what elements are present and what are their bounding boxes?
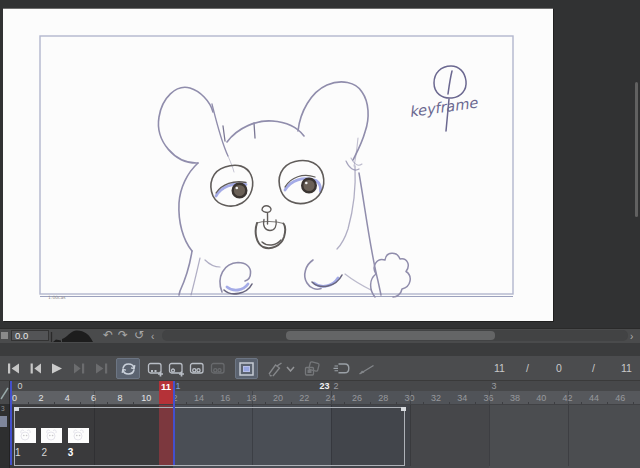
pen-tool-icon[interactable] — [264, 358, 286, 379]
frame-number: 38 — [510, 393, 520, 403]
second-label: 1 — [176, 382, 181, 391]
layer-thumb-sliver — [0, 416, 7, 427]
playhead-ruler[interactable]: 11 — [159, 381, 172, 404]
layer-label: 3 — [1, 405, 5, 412]
app-window: keyframe 1:00cas 0.0 ↶ ↷ ↺ ‹ › — [0, 0, 640, 468]
frame-number: 8 — [117, 393, 122, 403]
frame-number: 44 — [589, 393, 599, 403]
track-gridline — [410, 405, 411, 466]
panel-gap — [0, 343, 640, 356]
cel-thumbnail[interactable] — [68, 428, 89, 443]
curve-preview — [49, 329, 99, 343]
frame-number: 14 — [194, 393, 204, 403]
cel-disabled-button[interactable] — [208, 358, 230, 379]
playhead-label: 11 — [159, 381, 172, 392]
frames-row: 0246810121416182022242628303234363840424… — [0, 391, 640, 404]
specify-cel-button[interactable] — [187, 358, 209, 379]
corner-box-icon[interactable] — [1, 332, 8, 339]
history-icon[interactable]: ↺ — [134, 329, 144, 342]
character-sketch: keyframe 1:00cas — [3, 8, 553, 321]
cel-number: 3 — [68, 447, 74, 458]
pupils — [233, 179, 316, 198]
ruler-corner — [0, 381, 10, 404]
counter-frame: 11 — [621, 362, 632, 374]
canvas-viewport[interactable]: keyframe 1:00cas — [0, 0, 640, 328]
frame-number: 26 — [352, 393, 362, 403]
new-cel-folder-button[interactable] — [166, 358, 188, 379]
frame-number: 32 — [431, 393, 441, 403]
counter-seconds: 0 — [556, 362, 562, 374]
timeline-ruler[interactable]: 012323 024681012141618202224262830323436… — [0, 381, 640, 404]
frame-number: 22 — [299, 393, 309, 403]
page-caption: 1:00cas — [48, 295, 66, 300]
scroll-right-icon[interactable]: › — [630, 330, 633, 343]
counter-sep2: / — [592, 362, 595, 374]
angle-field[interactable]: 0.0 — [11, 330, 49, 341]
prev-frame-button[interactable] — [24, 358, 46, 379]
angle-value: 0.0 — [15, 330, 28, 341]
counter-sep1: / — [526, 362, 529, 374]
track-gridline — [568, 405, 569, 466]
frame-number: 0 — [12, 393, 17, 403]
frame-rect — [40, 36, 513, 297]
range-mid-line[interactable] — [173, 381, 175, 465]
loop-play-button[interactable] — [116, 358, 140, 379]
frame-number: 10 — [141, 393, 151, 403]
counter-current: 11 — [494, 362, 505, 374]
h-scroll-thumb[interactable] — [286, 331, 495, 340]
cel-thumbnail[interactable] — [41, 428, 62, 443]
scroll-left-icon[interactable]: ‹ — [151, 330, 154, 343]
flip-view-icon[interactable] — [330, 358, 352, 379]
range-start-line[interactable] — [10, 381, 12, 465]
second-label: 0 — [18, 382, 23, 391]
ruler-gridline — [94, 391, 95, 404]
range-handle-left[interactable] — [14, 407, 19, 411]
frame-number: 40 — [536, 393, 546, 403]
canvas-page[interactable]: keyframe 1:00cas — [3, 8, 553, 321]
ruler-gridline — [331, 391, 332, 404]
play-button[interactable] — [46, 358, 68, 379]
frame-counter: 11 / 0 / 11 — [488, 362, 638, 375]
ruler-gridline — [568, 391, 569, 404]
timeline-tracks[interactable]: 123 — [0, 404, 640, 468]
frame-number: 20 — [273, 393, 283, 403]
second-label: 2 — [334, 382, 339, 391]
timeline-toolbar: 11 / 0 / 11 — [0, 356, 640, 381]
frame-number: 46 — [615, 393, 625, 403]
ruler-gridline — [489, 391, 490, 404]
frame-number: 16 — [220, 393, 230, 403]
onion-skin-button[interactable] — [235, 358, 258, 379]
undo-icon[interactable]: ↶ — [103, 329, 113, 342]
frame-number: 2 — [38, 393, 43, 403]
cel-number: 1 — [15, 447, 21, 458]
timeline-panel: 11 / 0 / 11 012323 024681012141618202224… — [0, 356, 640, 468]
track-after-box-shade — [410, 405, 489, 468]
annotation-word: keyframe — [408, 94, 479, 121]
second-label: 23 — [320, 382, 330, 391]
frame-number: 28 — [378, 393, 388, 403]
vertical-scrollbar[interactable] — [635, 82, 638, 217]
range-handle-right[interactable] — [401, 407, 406, 411]
redo-icon[interactable]: ↷ — [118, 329, 128, 342]
cel-number: 2 — [41, 447, 47, 458]
track-second-shade — [489, 405, 640, 468]
frame-number: 4 — [65, 393, 70, 403]
ruler-gridline — [410, 391, 411, 404]
second-label: 3 — [492, 382, 497, 391]
ruler-gridline — [252, 391, 253, 404]
new-cel-button[interactable] — [145, 358, 167, 379]
go-first-frame-button[interactable] — [2, 358, 24, 379]
slope-tool-icon[interactable] — [355, 358, 377, 379]
light-table-icon[interactable] — [301, 358, 323, 379]
seconds-row: 012323 — [0, 381, 640, 391]
chevron-down-icon[interactable] — [284, 358, 296, 379]
next-frame-button[interactable] — [68, 358, 90, 379]
layer-panel-sliver[interactable]: 3 — [0, 404, 10, 468]
go-last-frame-button[interactable] — [90, 358, 112, 379]
frame-number: 34 — [457, 393, 467, 403]
h-scroll-track[interactable] — [162, 330, 628, 341]
track-gridline — [489, 405, 490, 466]
cel-thumbnail[interactable] — [15, 428, 36, 443]
